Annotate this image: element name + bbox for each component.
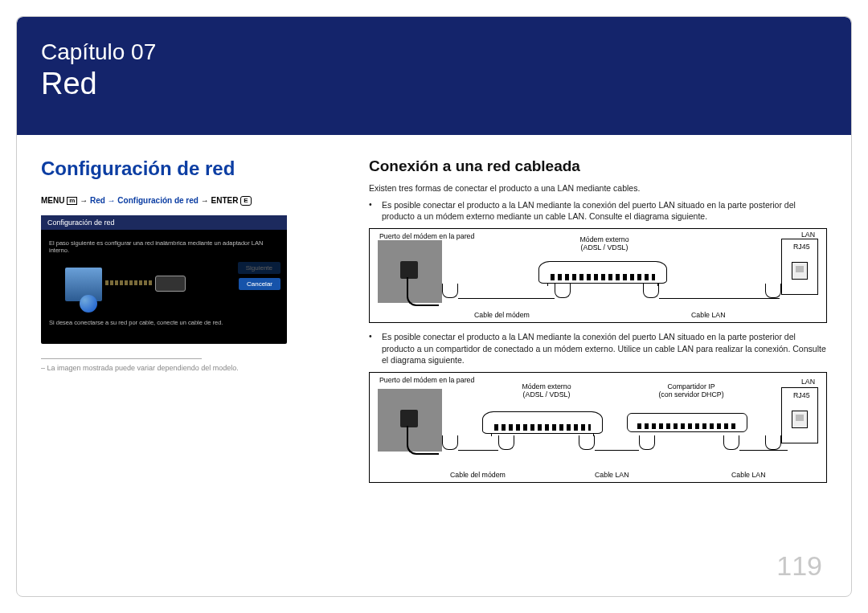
label-lan-2: LAN: [801, 378, 815, 386]
cable-loop-d2-2: [579, 435, 595, 450]
connector-icon: [105, 280, 154, 285]
chapter-label: Capítulo 07: [41, 39, 827, 65]
cable-loop-1: [442, 284, 458, 298]
lan-port-icon-2: RJ45: [781, 387, 818, 443]
bullet-dot: •: [369, 199, 382, 222]
cable-loop-d2-3b: [765, 435, 781, 450]
screenshot-line2: Si desea conectarse a su red por cable, …: [49, 319, 279, 327]
cable-loop-d2-1b: [498, 435, 514, 450]
left-column: Configuración de red MENU m → Red → Conf…: [41, 157, 346, 491]
cable-d2-1: [458, 450, 498, 451]
ui-screenshot: Configuración de red El paso siguiente e…: [41, 215, 287, 344]
chapter-title: Red: [41, 67, 827, 101]
label-cable-lan-1: Cable LAN: [691, 311, 726, 319]
label-modem-2: Módem externo (ADSL / VDSL): [498, 382, 595, 398]
label-sharer-sub: (con servidor DHCP): [658, 390, 723, 398]
screenshot-titlebar: Configuración de red: [41, 215, 287, 230]
page-frame: Capítulo 07 Red Configuración de red MEN…: [16, 16, 852, 597]
page-number: 119: [776, 550, 822, 582]
cable-loop-2: [643, 284, 659, 298]
lan-port-icon: RJ45: [781, 239, 818, 295]
label-cable-lan-2b: Cable LAN: [731, 471, 766, 479]
enter-icon: E: [240, 196, 251, 206]
cable-loop-d2-2b: [639, 435, 655, 450]
menu-path: MENU m → Red → Configuración de red → EN…: [41, 196, 346, 206]
label-sharer: Compartidor IP (con servidor DHCP): [635, 382, 747, 398]
menu-path-arrow1: →: [80, 196, 90, 205]
wall-socket-icon: [400, 261, 418, 279]
label-modem-sub-2: (ADSL / VDSL): [523, 390, 571, 398]
cable-2: [659, 298, 780, 299]
wall-port-icon-2: [378, 389, 442, 452]
menu-path-highlight: Red → Configuración de red: [90, 196, 199, 205]
chapter-header: Capítulo 07 Red: [17, 17, 851, 135]
screenshot-illustration: [65, 263, 194, 311]
menu-path-prefix: MENU: [41, 196, 64, 205]
cable-1: [458, 298, 555, 299]
router-icon: [155, 276, 186, 292]
modem-icon-2: [482, 411, 603, 434]
section-title-config: Configuración de red: [41, 157, 346, 180]
diagram-1: Puerto del módem en la pared Módem exter…: [369, 228, 827, 323]
diagram-2: Puerto del módem en la pared Módem exter…: [369, 372, 827, 483]
cable-loop-d2-3: [723, 435, 739, 450]
label-wall-port-2: Puerto del módem en la pared: [379, 376, 474, 384]
label-rj45-2: RJ45: [793, 391, 810, 399]
menu-icon: m: [67, 197, 77, 205]
cable-d2-2: [595, 450, 639, 451]
footnote-text: – La imagen mostrada puede variar depend…: [41, 364, 346, 372]
label-modem-sub: (ADSL / VDSL): [581, 243, 628, 251]
wall-cable-icon-2: [407, 426, 439, 455]
bullet-1-text: Es posible conectar el producto a la LAN…: [382, 199, 827, 222]
bullet-2-text: Es posible conectar el producto a la LAN…: [382, 331, 827, 366]
footnote-rule: [41, 358, 202, 359]
screenshot-line1: El paso siguiente es configurar una red …: [49, 239, 279, 255]
label-lan: LAN: [801, 231, 815, 239]
cable-d2-3: [739, 450, 788, 451]
sharer-icon: [627, 413, 747, 432]
intro-text: Existen tres formas de conectar el produ…: [369, 183, 827, 193]
label-cable-modem-2: Cable del módem: [450, 471, 506, 479]
cancel-button[interactable]: Cancelar: [239, 278, 280, 290]
next-button[interactable]: Siguiente: [238, 262, 280, 274]
bullet-1: • Es posible conectar el producto a la L…: [369, 199, 827, 222]
wall-socket-icon-2: [400, 410, 418, 427]
label-cable-modem-1: Cable del módem: [474, 311, 530, 319]
cable-loop-2b: [765, 284, 781, 298]
cable-loop-d2-1: [442, 435, 458, 450]
section-title-connection: Conexión a una red cableada: [369, 157, 827, 175]
bullet-dot-2: •: [369, 331, 382, 366]
globe-icon: [80, 295, 97, 313]
rj45-port-icon-2: [792, 411, 808, 428]
label-modem: Módem externo (ADSL / VDSL): [556, 235, 653, 251]
menu-path-suffix: → ENTER: [199, 196, 238, 205]
rj45-port-icon: [792, 262, 808, 280]
content-area: Configuración de red MENU m → Red → Conf…: [17, 135, 851, 499]
label-cable-lan-2a: Cable LAN: [595, 471, 629, 479]
cable-loop-1b: [555, 284, 571, 298]
footnote-inner: La imagen mostrada puede variar dependie…: [47, 364, 239, 372]
modem-icon: [538, 261, 667, 284]
wall-cable-icon: [407, 277, 439, 306]
label-modem-main-2: Módem externo: [522, 382, 571, 390]
label-modem-main: Módem externo: [579, 235, 628, 243]
bullet-2: • Es posible conectar el producto a la L…: [369, 331, 827, 366]
label-wall-port: Puerto del módem en la pared: [379, 232, 474, 240]
right-column: Conexión a una red cableada Existen tres…: [369, 157, 827, 491]
label-sharer-main: Compartidor IP: [667, 382, 714, 390]
wall-port-icon: [378, 240, 442, 303]
label-rj45: RJ45: [793, 243, 810, 251]
